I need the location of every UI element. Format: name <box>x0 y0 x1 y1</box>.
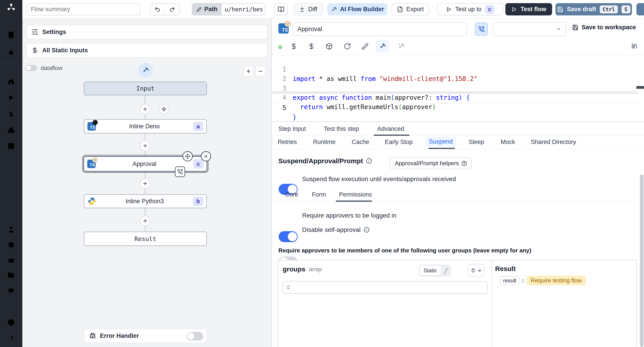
settings-gear-icon[interactable] <box>8 241 15 248</box>
help-icon[interactable] <box>8 318 15 326</box>
approval-prompt-helpers-button[interactable]: Approval/Prompt helpers <box>390 158 472 169</box>
subtab-retries[interactable]: Retries <box>278 138 297 146</box>
workspace-building-icon[interactable] <box>8 31 15 39</box>
graph-node-result[interactable]: Result <box>84 232 207 246</box>
save-to-workspace-button[interactable]: Save to workspace <box>572 24 636 31</box>
tab-advanced[interactable]: Advanced <box>377 126 404 132</box>
subtab-cache[interactable]: Cache <box>352 138 369 146</box>
function-mode-button[interactable]: ƒ <box>441 266 450 276</box>
subtab-runtime[interactable]: Runtime <box>313 138 336 146</box>
home-icon[interactable] <box>8 78 15 86</box>
deploy-button-partial[interactable] <box>636 3 644 16</box>
error-handler-toggle[interactable] <box>187 332 203 340</box>
require-logged-in-toggle[interactable] <box>278 231 298 242</box>
resources-boxes-icon[interactable] <box>8 126 15 134</box>
require-logged-in-label: Require approvers to be logged in <box>302 210 396 221</box>
result-row: result : Require testing flow <box>500 276 586 285</box>
subtab-shared-directory[interactable]: Shared Directory <box>531 138 576 146</box>
path-button[interactable]: Path u/henri/bes <box>192 3 266 16</box>
info-icon[interactable] <box>366 158 372 164</box>
result-panel-title: Result <box>495 265 516 272</box>
audit-eye-icon[interactable] <box>8 287 15 294</box>
users-icon[interactable] <box>8 226 15 234</box>
error-handler-row[interactable]: Error Handler <box>84 329 207 343</box>
library-icon[interactable] <box>631 42 638 50</box>
diff-button[interactable]: Diff <box>294 3 323 16</box>
insert-step-button[interactable] <box>140 141 150 151</box>
panel-scrollbar[interactable] <box>640 174 644 347</box>
schedules-calendar-icon[interactable] <box>8 142 15 150</box>
ai-assist-button[interactable] <box>376 40 389 52</box>
tab-permissions[interactable]: Permissions <box>339 191 372 198</box>
zoom-out-button[interactable]: − <box>255 66 266 76</box>
groups-note: Require approvers to be members of one o… <box>278 247 531 254</box>
delete-node-button[interactable] <box>201 151 211 162</box>
subtab-mock[interactable]: Mock <box>501 138 515 146</box>
save-draft-button[interactable]: Save draft Ctrl S <box>556 3 632 16</box>
deno-icon <box>92 120 98 126</box>
redo-button[interactable] <box>165 4 179 15</box>
subtab-sleep[interactable]: Sleep <box>469 138 484 146</box>
diff-label: Diff <box>308 6 317 13</box>
flow-summary-input-field[interactable] <box>31 6 136 13</box>
tab-step-input[interactable]: Step Input <box>278 126 306 132</box>
tab-test-this-step[interactable]: Test this step <box>324 126 359 132</box>
export-button[interactable]: Export <box>392 3 429 16</box>
resources-dollar-icon[interactable] <box>308 43 315 50</box>
graph-node-input[interactable]: Input <box>84 82 207 95</box>
zoom-in-button[interactable]: + <box>243 66 254 76</box>
undo-button[interactable] <box>150 4 165 15</box>
package-icon[interactable] <box>326 43 333 50</box>
format-brush-icon[interactable] <box>361 43 368 50</box>
dataflow-toggle[interactable] <box>26 65 37 71</box>
code-line-current: 5 } <box>272 94 639 103</box>
all-static-inputs-button[interactable]: All Static Inputs <box>26 43 268 58</box>
flow-summary-input[interactable] <box>26 3 140 16</box>
expand-arrow-right-icon[interactable] <box>8 334 15 342</box>
test-up-to-button[interactable]: Test up to c <box>437 3 503 16</box>
move-node-button[interactable] <box>182 151 193 162</box>
variables-dollar-icon[interactable] <box>8 110 15 118</box>
chevron-down-icon <box>556 26 562 32</box>
code-editor[interactable]: 1 import * as wmill from "windmill-clien… <box>272 55 644 122</box>
test-flow-button[interactable]: Test flow <box>505 3 552 16</box>
redo-icon <box>169 6 175 12</box>
subtab-early-stop[interactable]: Early Stop <box>385 138 413 146</box>
insert-trigger-button[interactable] <box>159 104 169 114</box>
flow-settings-button[interactable]: Settings <box>26 24 268 39</box>
refresh-icon[interactable] <box>344 43 351 50</box>
groups-field-label: groups <box>283 266 306 273</box>
subtab-suspend[interactable]: Suspend <box>426 137 456 146</box>
active-perm-tab-underline <box>336 200 372 202</box>
dataflow-label: dataflow <box>41 65 62 71</box>
phone-incoming-icon <box>177 169 183 174</box>
tab-form[interactable]: Form <box>312 191 326 198</box>
graph-node-inline-deno[interactable]: TS Inline Deno a <box>84 119 207 134</box>
docs-button[interactable] <box>274 3 288 16</box>
insert-step-button[interactable] <box>140 216 150 226</box>
ai-flow-builder-button[interactable]: AI Flow Builder <box>327 3 387 16</box>
kbd-ctrl: Ctrl <box>600 5 618 14</box>
ai-graph-wand-button[interactable] <box>138 63 153 78</box>
favorites-star-icon[interactable] <box>8 49 15 56</box>
result-node-label: Result <box>88 236 203 242</box>
groups-array-input[interactable] <box>283 281 488 294</box>
folders-icon[interactable] <box>8 272 15 279</box>
runs-play-icon[interactable] <box>8 94 15 102</box>
plus-icon <box>142 218 148 224</box>
info-icon[interactable] <box>364 227 370 233</box>
result-key-chip[interactable]: result <box>500 276 520 285</box>
tab-core[interactable]: Core <box>285 191 298 198</box>
suspend-phone-toggle-button[interactable] <box>475 22 488 36</box>
static-mode-button[interactable]: Static <box>420 266 441 276</box>
step-name-input[interactable] <box>292 22 467 36</box>
tag-select[interactable] <box>493 22 566 36</box>
variables-dollar-icon[interactable] <box>290 43 298 50</box>
workers-bot-icon[interactable] <box>8 256 15 264</box>
wand-off-icon[interactable] <box>398 43 405 50</box>
graph-node-inline-python[interactable]: Inline Python3 b <box>84 194 207 208</box>
groups-editor-box: groups array Static ƒ Result result : Re… <box>278 260 637 347</box>
insert-step-button[interactable] <box>140 104 150 114</box>
connect-input-button[interactable] <box>468 264 484 277</box>
insert-step-button[interactable] <box>140 178 150 189</box>
